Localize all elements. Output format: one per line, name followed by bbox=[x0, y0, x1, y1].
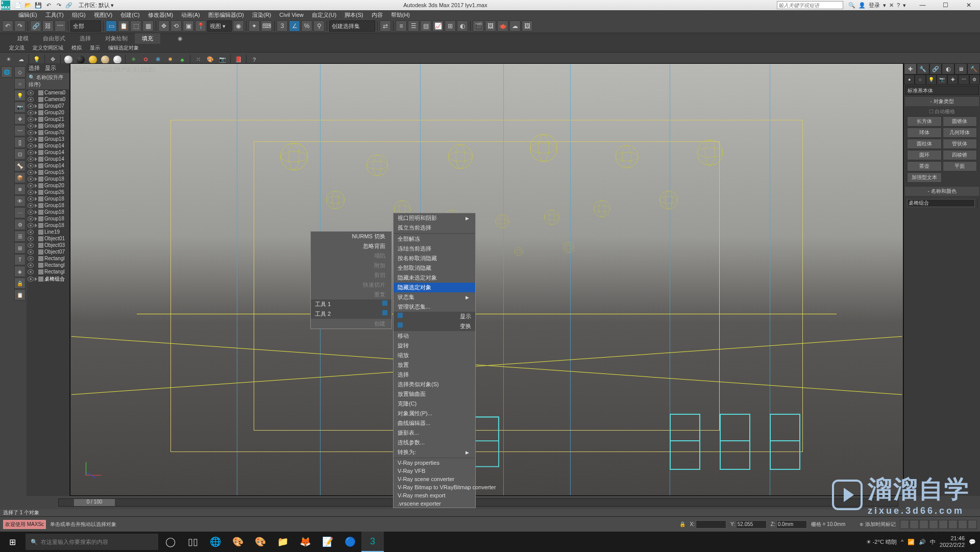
scene-item-5[interactable]: Group69 bbox=[27, 122, 69, 129]
tray-chevron-icon[interactable]: ^ bbox=[901, 539, 903, 545]
visibility-icon[interactable] bbox=[28, 177, 34, 182]
keyboard-shortcut-button[interactable]: ⌨ bbox=[261, 20, 272, 32]
filter-bone-icon[interactable]: 🦴 bbox=[14, 160, 26, 171]
nav-5[interactable] bbox=[939, 520, 948, 529]
ref-coord-dropdown[interactable]: 视图 ▾ bbox=[207, 20, 232, 32]
filter-container-icon[interactable]: 📦 bbox=[14, 172, 26, 183]
cortana-icon[interactable]: ▯▯ bbox=[182, 532, 204, 552]
app-icon[interactable]: 3MAX bbox=[1, 1, 10, 10]
mirror-button[interactable]: ⇄ bbox=[380, 20, 391, 32]
lt-btn-19[interactable]: 🔒 bbox=[14, 278, 26, 289]
time-slider[interactable]: 0 / 100 bbox=[58, 498, 898, 507]
rotate-button[interactable]: ⟲ bbox=[170, 20, 182, 32]
expand-icon[interactable] bbox=[35, 184, 37, 188]
ctx-item[interactable]: 克隆(C) bbox=[394, 399, 475, 409]
signin-icon[interactable]: 👤 bbox=[859, 2, 866, 9]
visibility-icon[interactable] bbox=[28, 196, 34, 202]
nav-1[interactable] bbox=[900, 520, 909, 529]
spinner-snap-button[interactable]: ⚲ bbox=[313, 20, 325, 32]
menu-1[interactable]: 工具(T) bbox=[42, 10, 67, 20]
visibility-icon[interactable] bbox=[28, 97, 34, 102]
display-tab-icon[interactable]: 🖥 bbox=[954, 63, 967, 74]
create-button[interactable]: 平面 bbox=[943, 161, 977, 171]
lt-btn-16[interactable]: ⊞ bbox=[14, 242, 26, 254]
nav-6[interactable] bbox=[948, 520, 958, 529]
rollout-header-name-color[interactable]: - 名称和颜色 bbox=[905, 187, 979, 196]
undo-icon[interactable]: ↶ bbox=[44, 1, 53, 10]
visibility-icon[interactable] bbox=[28, 137, 34, 142]
expand-icon[interactable] bbox=[35, 137, 37, 141]
menu-5[interactable]: 修改器(M) bbox=[145, 10, 177, 20]
ctx-item[interactable]: 隐藏选定对象 bbox=[394, 283, 475, 292]
lt-btn-14[interactable]: ⚙ bbox=[14, 219, 26, 230]
ctx-item[interactable]: 连线参数... bbox=[394, 438, 475, 447]
expand-icon[interactable] bbox=[35, 124, 37, 128]
expand-icon[interactable] bbox=[35, 204, 37, 208]
expand-icon[interactable] bbox=[35, 223, 37, 228]
start-button[interactable]: ⊞ bbox=[0, 532, 24, 552]
move-button[interactable]: ✥ bbox=[158, 20, 169, 32]
expand-icon[interactable] bbox=[35, 117, 37, 121]
rollout-header-object-type[interactable]: - 对象类型 bbox=[905, 97, 979, 106]
filter-spacewarp-icon[interactable]: 〰 bbox=[14, 125, 26, 136]
visibility-icon[interactable] bbox=[28, 277, 34, 282]
save-icon[interactable]: 💾 bbox=[34, 1, 43, 10]
ribbon-tab-0[interactable]: 建模 bbox=[10, 33, 36, 44]
visibility-icon[interactable] bbox=[28, 183, 34, 188]
ribbon-sub-4[interactable]: 编辑选定对象 bbox=[104, 43, 143, 53]
ctx-item[interactable]: 旋转 bbox=[394, 341, 475, 350]
visibility-icon[interactable] bbox=[28, 243, 34, 248]
visibility-icon[interactable] bbox=[28, 216, 34, 221]
y-input[interactable] bbox=[736, 520, 767, 529]
visibility-icon[interactable] bbox=[28, 230, 34, 235]
ctx-item[interactable]: 按名称取消隐藏 bbox=[394, 254, 475, 263]
ribbon-tab-4[interactable]: 填充 bbox=[135, 33, 160, 44]
layers-button[interactable]: ☰ bbox=[408, 20, 419, 32]
app-icon-1[interactable]: 🎨 bbox=[227, 532, 249, 552]
ctx-item[interactable]: V-Ray properties bbox=[394, 459, 475, 467]
create-button[interactable]: 茶壶 bbox=[907, 161, 942, 171]
app-icon-2[interactable]: 🎨 bbox=[249, 532, 272, 552]
close-button[interactable]: ✕ bbox=[957, 0, 980, 10]
filter-geom-icon[interactable]: ◇ bbox=[14, 66, 26, 78]
filter-frozen-icon[interactable]: ❄ bbox=[14, 184, 26, 195]
scene-item-1[interactable]: Camera0 bbox=[27, 96, 69, 103]
visibility-icon[interactable] bbox=[28, 170, 34, 175]
ctx-item[interactable]: 全部取消隐藏 bbox=[394, 263, 475, 273]
scene-item-20[interactable]: Group18 bbox=[27, 222, 69, 229]
ctx-item[interactable]: 选择 bbox=[394, 370, 475, 380]
schematic-view-button[interactable]: ⊞ bbox=[445, 20, 456, 32]
lights-icon[interactable]: 💡 bbox=[926, 74, 937, 85]
scale-button[interactable]: ▣ bbox=[183, 20, 194, 32]
scene-item-2[interactable]: Group07 bbox=[27, 103, 69, 109]
3dsmax-task-icon[interactable]: 3 bbox=[361, 532, 384, 552]
maxscript-listener[interactable]: 欢迎使用 MAXSc bbox=[3, 520, 46, 529]
nav-2[interactable] bbox=[910, 520, 919, 529]
z-input[interactable] bbox=[776, 520, 807, 529]
expand-icon[interactable] bbox=[35, 277, 37, 281]
scene-item-16[interactable]: Group18 bbox=[27, 195, 69, 202]
expand-icon[interactable] bbox=[35, 150, 37, 155]
time-slider-handle[interactable]: 0 / 100 bbox=[74, 499, 115, 506]
ctx-item[interactable]: 忽略背面 bbox=[311, 241, 391, 251]
visibility-icon[interactable] bbox=[28, 263, 34, 268]
app-icon-4[interactable]: 🔵 bbox=[339, 532, 361, 552]
undo-button[interactable]: ↶ bbox=[2, 20, 13, 32]
filter-light-icon[interactable]: 💡 bbox=[14, 90, 26, 101]
visibility-icon[interactable] bbox=[28, 249, 34, 255]
minimize-button[interactable]: — bbox=[911, 0, 934, 10]
scene-item-26[interactable]: Rectangl bbox=[27, 262, 69, 268]
scene-item-27[interactable]: Rectangl bbox=[27, 268, 69, 275]
visibility-icon[interactable] bbox=[28, 236, 34, 241]
ribbon-sub-0[interactable]: 定义流 bbox=[5, 43, 29, 53]
redo-icon[interactable]: ↷ bbox=[54, 1, 63, 10]
visibility-icon[interactable] bbox=[28, 150, 34, 155]
weather-widget[interactable]: ☀ -2°C 晴朗 bbox=[866, 538, 897, 546]
scene-sort-label[interactable]: 🔍 名称(按升序排序) bbox=[27, 73, 69, 89]
menu-3[interactable]: 视图(V) bbox=[91, 10, 116, 20]
ctx-item[interactable]: 对象属性(P)... bbox=[394, 409, 475, 418]
visibility-icon[interactable] bbox=[28, 210, 34, 215]
render-setup-button[interactable]: 🎬 bbox=[473, 20, 484, 32]
expand-icon[interactable] bbox=[35, 104, 37, 108]
scene-item-11[interactable]: Group14 bbox=[27, 162, 69, 169]
